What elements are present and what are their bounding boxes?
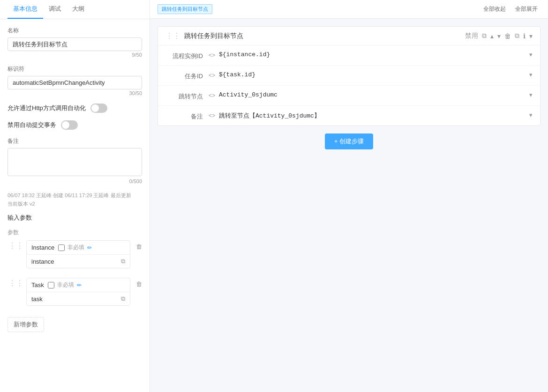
instance-required-check[interactable] xyxy=(58,244,65,251)
instance-delete-icon[interactable]: 🗑 xyxy=(136,240,142,273)
task-required-label: 非必填 xyxy=(57,281,74,289)
task-id-label: 任务ID xyxy=(165,70,203,81)
task-drag-handle[interactable]: ⋮⋮ xyxy=(8,278,24,311)
input-params-title: 输入参数 xyxy=(8,214,142,222)
instance-param-name: Instance xyxy=(31,244,54,251)
identifier-field-group: 标识符 30/50 xyxy=(8,65,142,96)
params-header: 参数 xyxy=(8,227,142,240)
task-id-code-icon: <> xyxy=(209,70,215,79)
tab-basic[interactable]: 基本信息 xyxy=(8,0,43,19)
name-counter: 9/50 xyxy=(8,52,142,58)
step-duplicate-icon[interactable]: ⧉ xyxy=(515,32,519,40)
jump-node-value: Activity_0sjdumc xyxy=(219,90,529,99)
task-required-check[interactable] xyxy=(48,282,54,288)
instance-param-item: Instance 非必填 ✏ ⧉ xyxy=(26,240,130,268)
step-header: ⋮⋮ 跳转任务到目标节点 禁用 ⧉ ▴ ▾ 🗑 ⧉ ℹ ▾ xyxy=(158,27,540,45)
auto-commit-toggle-slider xyxy=(61,120,78,130)
identifier-label: 标识符 xyxy=(8,65,142,73)
step-remarks-label: 备注 xyxy=(165,111,203,121)
params-col-label: 参数 xyxy=(8,229,19,237)
step-actions: 禁用 ⧉ ▴ ▾ 🗑 ⧉ ℹ ▾ xyxy=(465,32,533,40)
step-down-icon[interactable]: ▾ xyxy=(497,32,501,40)
instance-edit-icon[interactable]: ✏ xyxy=(87,244,92,251)
meta-info-line1: 06/07 18:32 王延峰 创建 06/11 17:29 王延峰 最后更新 xyxy=(8,192,142,200)
step-remarks-expand[interactable]: ▾ xyxy=(529,111,533,118)
instance-copy-icon[interactable]: ⧉ xyxy=(121,258,125,265)
jump-node-code-icon: <> xyxy=(209,90,215,99)
step-title: 跳转任务到目标节点 xyxy=(184,32,465,40)
create-step-btn-wrapper: + 创建步骤 xyxy=(158,133,540,149)
http-toggle-slider xyxy=(90,104,107,113)
task-value-input[interactable] xyxy=(31,296,118,303)
tab-bar: 基本信息 调试 大纲 xyxy=(0,0,150,19)
tab-outline[interactable]: 大纲 xyxy=(67,0,90,19)
step-copy-icon[interactable]: ⧉ xyxy=(482,32,487,40)
header-actions: 全部收起 全部展开 xyxy=(480,4,540,14)
expand-all-button[interactable]: 全部展开 xyxy=(512,4,540,14)
left-content: 名称 9/50 标识符 30/50 允许通过Http方式调用自动化 禁用自动提交… xyxy=(0,19,150,392)
task-value-row: ⧉ xyxy=(27,292,130,305)
auto-commit-toggle-row: 禁用自动提交事务 xyxy=(8,120,142,130)
step-chevron-icon[interactable]: ▾ xyxy=(529,32,533,40)
process-instance-id-expand[interactable]: ▾ xyxy=(529,50,533,58)
collapse-all-button[interactable]: 全部收起 xyxy=(480,4,509,14)
task-param-row: ⋮⋮ Task 非必填 ✏ ⧉ 🗑 xyxy=(8,278,142,311)
step-drag-handle[interactable]: ⋮⋮ xyxy=(165,31,180,40)
meta-info: 06/07 18:32 王延峰 创建 06/11 17:29 王延峰 最后更新 … xyxy=(8,192,142,208)
field-row-jump-node: 跳转节点 <> Activity_0sjdumc ▾ xyxy=(158,86,540,106)
task-id-value: ${task.id} xyxy=(219,70,529,79)
jump-node-label: 跳转节点 xyxy=(165,90,203,101)
remarks-textarea[interactable] xyxy=(8,148,142,176)
http-toggle-row: 允许通过Http方式调用自动化 xyxy=(8,104,142,113)
task-id-expand[interactable]: ▾ xyxy=(529,70,533,78)
jump-node-expand[interactable]: ▾ xyxy=(529,90,533,98)
instance-param-row: ⋮⋮ Instance 非必填 ✏ ⧉ 🗑 xyxy=(8,240,142,273)
instance-required-label: 非必填 xyxy=(68,244,84,251)
create-step-button[interactable]: + 创建步骤 xyxy=(325,133,373,149)
instance-value-input[interactable] xyxy=(31,258,118,265)
field-row-process-instance-id: 流程实例ID <> ${instance.id} ▾ xyxy=(158,45,540,66)
instance-drag-handle[interactable]: ⋮⋮ xyxy=(8,240,24,273)
right-content: ⋮⋮ 跳转任务到目标节点 禁用 ⧉ ▴ ▾ 🗑 ⧉ ℹ ▾ 流程实例ID <> … xyxy=(150,19,548,392)
breadcrumb-tag: 跳转任务到目标节点 xyxy=(158,4,212,14)
field-row-task-id: 任务ID <> ${task.id} ▾ xyxy=(158,66,540,86)
task-edit-icon[interactable]: ✏ xyxy=(77,282,82,288)
remarks-field-group: 备注 0/500 xyxy=(8,137,142,184)
auto-commit-label: 禁用自动提交事务 xyxy=(8,121,56,129)
auto-commit-toggle[interactable] xyxy=(61,120,78,130)
step-remarks-code-icon: <> xyxy=(209,111,215,119)
tab-debug[interactable]: 调试 xyxy=(43,0,67,19)
http-toggle[interactable] xyxy=(90,104,107,113)
add-param-button[interactable]: 新增参数 xyxy=(8,317,44,332)
http-toggle-label: 允许通过Http方式调用自动化 xyxy=(8,104,86,112)
meta-info-line2: 当前版本 v2 xyxy=(8,200,142,208)
input-params-section: 输入参数 参数 ⋮⋮ Instance 非必填 ✏ ⧉ xyxy=(8,214,142,332)
task-copy-icon[interactable]: ⧉ xyxy=(121,295,125,303)
step-remarks-value: 跳转至节点【Activity_0sjdumc】 xyxy=(219,111,529,121)
task-param-name: Task xyxy=(31,281,44,288)
remarks-counter: 0/500 xyxy=(8,178,142,184)
process-instance-id-value: ${instance.id} xyxy=(219,50,529,59)
name-input[interactable] xyxy=(8,37,142,51)
right-panel: 跳转任务到目标节点 全部收起 全部展开 ⋮⋮ 跳转任务到目标节点 禁用 ⧉ ▴ … xyxy=(150,0,548,392)
remarks-label: 备注 xyxy=(8,137,142,145)
name-field-group: 名称 9/50 xyxy=(8,27,142,58)
step-card: ⋮⋮ 跳转任务到目标节点 禁用 ⧉ ▴ ▾ 🗑 ⧉ ℹ ▾ 流程实例ID <> … xyxy=(158,26,540,126)
left-panel: 基本信息 调试 大纲 名称 9/50 标识符 30/50 允许通过Http方式调… xyxy=(0,0,150,392)
step-up-icon[interactable]: ▴ xyxy=(490,32,494,40)
task-param-header: Task 非必填 ✏ xyxy=(27,278,130,292)
step-info-icon[interactable]: ℹ xyxy=(523,32,525,40)
instance-param-header: Instance 非必填 ✏ xyxy=(27,241,130,255)
step-delete-icon[interactable]: 🗑 xyxy=(504,32,511,40)
task-delete-icon[interactable]: 🗑 xyxy=(136,278,142,311)
name-label: 名称 xyxy=(8,27,142,35)
identifier-input[interactable] xyxy=(8,76,142,89)
task-param-item: Task 非必填 ✏ ⧉ xyxy=(26,278,130,306)
identifier-counter: 30/50 xyxy=(8,90,142,96)
instance-value-row: ⧉ xyxy=(27,255,130,268)
process-instance-id-label: 流程实例ID xyxy=(165,50,203,60)
step-disable-button[interactable]: 禁用 xyxy=(465,32,478,40)
process-instance-id-code-icon: <> xyxy=(209,50,215,59)
right-header: 跳转任务到目标节点 全部收起 全部展开 xyxy=(150,0,548,19)
field-row-remarks: 备注 <> 跳转至节点【Activity_0sjdumc】 ▾ xyxy=(158,106,540,126)
